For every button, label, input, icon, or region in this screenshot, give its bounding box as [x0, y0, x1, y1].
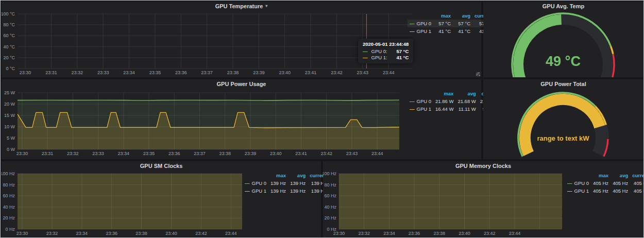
legend-sort-avg[interactable]: avg [288, 172, 308, 179]
svg-text:23:44: 23:44 [509, 231, 521, 236]
panel-title-dropdown[interactable]: GPU Temperature ▾ [2, 2, 481, 11]
series-dash-icon: — [245, 188, 250, 194]
legend-value: 139 Hz [268, 187, 288, 195]
legend-table: maxavgcurrent—GPU 057 °C57 °C57 °C—GPU 1… [408, 12, 494, 35]
legend-sort-max[interactable]: max [591, 172, 611, 179]
svg-text:25 W: 25 W [4, 90, 15, 95]
svg-text:23:39: 23:39 [245, 151, 257, 156]
svg-text:23:41: 23:41 [295, 151, 307, 156]
grafana-dashboard: GPU Temperature ▾ 0 °C20 °C40 °C60 °C80 … [0, 0, 644, 238]
svg-text:23:43: 23:43 [357, 70, 369, 75]
svg-text:23:34: 23:34 [123, 70, 135, 75]
svg-text:23:37: 23:37 [194, 151, 206, 156]
svg-text:23:36: 23:36 [409, 231, 420, 236]
svg-text:23:32: 23:32 [67, 151, 79, 156]
svg-text:23:43: 23:43 [346, 151, 358, 156]
svg-text:23:31: 23:31 [45, 70, 57, 75]
legend-sort-avg[interactable]: avg [611, 172, 630, 179]
legend-value: 16.44 W [433, 105, 455, 113]
legend-value: 57 °C [453, 20, 472, 27]
gpu-memory-clocks-legend: maxavgcurrent—GPU 0405 Hz405 Hz405 Hz—GP… [565, 172, 644, 195]
svg-text:23:38: 23:38 [227, 70, 239, 75]
svg-text:20 Hz: 20 Hz [324, 215, 336, 220]
svg-text:23:38: 23:38 [219, 151, 231, 156]
svg-text:23:42: 23:42 [331, 70, 343, 75]
legend-value: 405 Hz [630, 187, 644, 195]
panel-title[interactable]: GPU Memory Clocks [323, 161, 643, 171]
svg-text:23:31: 23:31 [42, 151, 54, 156]
series-dash-icon: — [410, 98, 415, 104]
legend-sort-avg[interactable]: avg [455, 90, 478, 97]
panel-title[interactable]: GPU Avg. Temp [483, 2, 643, 11]
tooltip-series-value: 57 °C [391, 48, 409, 54]
svg-text:23:33: 23:33 [92, 151, 104, 156]
series-dash-icon: — [363, 48, 368, 54]
panel-gpu-temperature: GPU Temperature ▾ 0 °C20 °C40 °C60 °C80 … [2, 2, 481, 77]
series-dash-icon: — [363, 55, 368, 60]
panel-gpu-power-usage: GPU Power Usage 0 W5 W10 W15 W20 W25 W23… [2, 79, 481, 159]
svg-text:23:34: 23:34 [118, 151, 130, 156]
svg-text:60 Hz: 60 Hz [324, 193, 336, 198]
svg-text:23:44: 23:44 [383, 70, 395, 75]
series-dash-icon: — [567, 180, 572, 186]
svg-text:23:40: 23:40 [270, 151, 282, 156]
svg-text:5 W: 5 W [7, 135, 15, 141]
svg-text:23:30: 23:30 [16, 231, 28, 236]
svg-text:23:42: 23:42 [484, 231, 496, 236]
panel-gpu-power-total: GPU Power Total range to text kW [483, 79, 643, 159]
panel-title-text: GPU Memory Clocks [455, 163, 511, 169]
series-dash-icon: — [567, 188, 572, 194]
svg-text:23:40: 23:40 [279, 70, 291, 75]
panel-title[interactable]: GPU Power Usage [2, 79, 481, 89]
svg-text:23:32: 23:32 [358, 231, 370, 236]
legend-value: 405 Hz [591, 179, 611, 187]
svg-text:60 °C: 60 °C [3, 33, 15, 38]
legend-value: 11.11 W [455, 105, 478, 113]
gpu-avg-temp-gauge: 49 °C [483, 11, 643, 79]
legend-value: 139 Hz [288, 179, 308, 187]
legend-sort-current[interactable]: current [630, 172, 644, 179]
legend-series-gpu-1[interactable]: —GPU 141 °C41 °C41 °C [408, 27, 494, 35]
panel-title[interactable]: GPU SM Clocks [2, 161, 321, 171]
legend-series-gpu-0[interactable]: —GPU 0139 Hz139 Hz139 Hz [243, 179, 329, 187]
svg-text:23:32: 23:32 [72, 70, 83, 75]
tooltip-timestamp: 2020-05-01 23:44:48 [363, 41, 409, 47]
svg-text:23:42: 23:42 [195, 231, 207, 236]
panel-title[interactable]: GPU Power Total [483, 79, 643, 89]
svg-text:23:36: 23:36 [168, 151, 180, 156]
legend-series-gpu-0[interactable]: —GPU 057 °C57 °C57 °C [408, 20, 494, 27]
svg-text:10 W: 10 W [4, 124, 15, 129]
legend-series-gpu-1[interactable]: —GPU 1139 Hz139 Hz139 Hz [243, 187, 329, 195]
svg-text:20 °C: 20 °C [3, 55, 15, 60]
legend-table: maxavgcurrent—GPU 0139 Hz139 Hz139 Hz—GP… [243, 172, 329, 195]
svg-text:23:38: 23:38 [434, 231, 446, 236]
legend-series-gpu-0[interactable]: —GPU 0405 Hz405 Hz405 Hz [565, 179, 644, 187]
svg-text:23:41: 23:41 [305, 70, 317, 75]
legend-sort-max[interactable]: max [433, 90, 455, 97]
gpu-temperature-legend: maxavgcurrent—GPU 057 °C57 °C57 °C—GPU 1… [408, 12, 494, 35]
svg-text:23:36: 23:36 [175, 70, 187, 75]
series-dash-icon: — [245, 180, 250, 186]
svg-text:23:40: 23:40 [459, 231, 470, 236]
legend-sort-max[interactable]: max [433, 12, 453, 20]
panel-resize-handle[interactable] [476, 72, 480, 76]
legend-value: 405 Hz [591, 187, 611, 195]
tooltip-series-name: GPU 0: [371, 48, 387, 54]
legend-value: 139 Hz [288, 187, 308, 195]
panel-gpu-avg-temp: GPU Avg. Temp 49 °C [483, 2, 643, 77]
svg-text:20 W: 20 W [4, 101, 15, 107]
gpu_avg_temp-gauge-svg: 49 °C [483, 11, 643, 77]
chart-tooltip: 2020-05-01 23:44:48 — GPU 0: 57 °C — GPU… [358, 39, 413, 63]
legend-value: 405 Hz [630, 179, 644, 187]
legend-series-gpu-1[interactable]: —GPU 1405 Hz405 Hz405 Hz [565, 187, 644, 195]
svg-text:40 Hz: 40 Hz [324, 205, 336, 210]
panel-title-text: GPU Avg. Temp [543, 3, 585, 9]
legend-sort-avg[interactable]: avg [453, 12, 472, 20]
gpu-power-total-gauge: range to text kW [483, 89, 643, 161]
svg-text:23:34: 23:34 [383, 231, 395, 236]
gpu_power_total-gauge-svg: range to text kW [483, 89, 643, 159]
svg-text:0 Hz: 0 Hz [5, 227, 15, 232]
legend-value: 405 Hz [611, 187, 630, 195]
panel-title-text: GPU Power Total [540, 81, 586, 87]
legend-sort-max[interactable]: max [268, 172, 288, 179]
